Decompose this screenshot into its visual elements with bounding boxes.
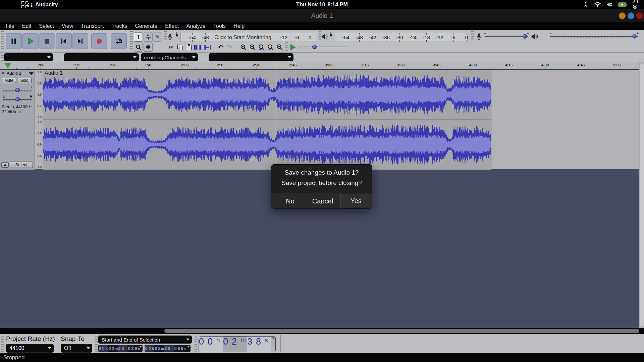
- skip-to-start-button[interactable]: [56, 33, 72, 49]
- mute-button[interactable]: Mute: [2, 78, 16, 83]
- playback-device-dropdown[interactable]: [209, 53, 293, 61]
- system-tray[interactable]: 71 %: [583, 0, 644, 9]
- time-digit[interactable]: 8: [177, 345, 180, 352]
- time-digit[interactable]: 3: [118, 345, 121, 352]
- time-digit[interactable]: 8: [121, 345, 124, 352]
- zoom-in-button[interactable]: [239, 43, 248, 51]
- time-unit[interactable]: .: [171, 345, 174, 352]
- track-gain-knob[interactable]: [15, 88, 20, 92]
- recording-meter[interactable]: -54-48-12-60Click to Start Monitoring: [180, 33, 317, 42]
- track-menu-caret-icon[interactable]: [29, 72, 34, 75]
- time-digit[interactable]: 6: [134, 345, 138, 352]
- time-digit[interactable]: 0: [98, 345, 102, 352]
- undo-button[interactable]: ↶: [216, 43, 225, 51]
- playback-volume-knob[interactable]: [632, 34, 637, 39]
- play-button[interactable]: [22, 33, 39, 49]
- horizontal-scrollbar-thumb[interactable]: [164, 329, 639, 333]
- time-unit[interactable]: h: [216, 337, 223, 352]
- yes-button[interactable]: Yes: [340, 194, 372, 208]
- selection-tool[interactable]: I: [134, 33, 143, 42]
- time-digit[interactable]: 0: [174, 345, 177, 352]
- track-name[interactable]: Audio 1: [7, 71, 21, 76]
- play-meter-grabber[interactable]: [319, 31, 321, 40]
- device-grabber[interactable]: [1, 54, 4, 61]
- recording-device-dropdown[interactable]: [64, 53, 139, 61]
- trim-audio-button[interactable]: [194, 43, 202, 51]
- time-digit[interactable]: 0: [148, 345, 151, 352]
- time-digit[interactable]: 0: [208, 337, 216, 352]
- record-meter-grabber[interactable]: [164, 31, 167, 40]
- time-digit[interactable]: 3: [247, 337, 256, 352]
- time-digit[interactable]: 0: [145, 345, 148, 352]
- playback-meter[interactable]: -54-48-42-36-30-24-18-12-60: [334, 33, 469, 42]
- transport-grabber[interactable]: [1, 31, 4, 51]
- maximize-button[interactable]: [628, 12, 634, 19]
- menu-edit[interactable]: Edit: [22, 23, 32, 29]
- envelope-tool[interactable]: [144, 33, 153, 42]
- time-unit[interactable]: h: [105, 345, 108, 352]
- pause-button[interactable]: [6, 33, 22, 49]
- play-speed-slider[interactable]: [299, 44, 347, 49]
- recording-channels-dropdown[interactable]: ecording Channels: [141, 53, 198, 61]
- time-digit[interactable]: 0: [108, 345, 111, 352]
- zoom-toggle-button[interactable]: [275, 43, 284, 51]
- audio-position-field[interactable]: 00h02m38s: [199, 336, 276, 352]
- time-digit[interactable]: 0: [127, 345, 131, 352]
- time-unit[interactable]: s: [184, 345, 187, 352]
- monitor-prompt[interactable]: Click to Start Monitoring: [214, 35, 271, 41]
- time-digit[interactable]: 0: [199, 337, 208, 352]
- tools-grabber[interactable]: [130, 31, 133, 51]
- time-digit[interactable]: 0: [223, 337, 232, 352]
- time-digit[interactable]: 2: [158, 345, 161, 352]
- time-digit[interactable]: 8: [131, 345, 134, 352]
- selection-toolbar-grabber[interactable]: [1, 336, 4, 352]
- track-gain-slider[interactable]: − +: [3, 87, 32, 93]
- selection-fields-grabber[interactable]: [95, 336, 98, 352]
- time-unit[interactable]: m: [161, 345, 164, 352]
- copy-button[interactable]: [176, 43, 184, 51]
- time-digit[interactable]: 8: [256, 337, 265, 352]
- audio-host-dropdown[interactable]: [4, 53, 53, 61]
- recording-volume-knob[interactable]: [523, 34, 527, 39]
- time-unit[interactable]: m: [240, 337, 247, 352]
- no-button[interactable]: No: [280, 193, 301, 208]
- horizontal-scrollbar[interactable]: [0, 328, 644, 334]
- play-pin-icon[interactable]: [5, 63, 11, 68]
- selection-mode-dropdown[interactable]: Start and End of Selection: [98, 336, 192, 344]
- menu-select[interactable]: Select: [39, 23, 54, 29]
- time-unit[interactable]: .: [124, 345, 127, 352]
- mixer-grabber[interactable]: [471, 31, 474, 40]
- time-digit[interactable]: 2: [111, 345, 115, 352]
- draw-tool[interactable]: ✎: [153, 33, 162, 42]
- redo-button[interactable]: ↷: [225, 43, 234, 51]
- menu-view[interactable]: View: [62, 23, 73, 29]
- menu-tracks[interactable]: Tracks: [111, 23, 127, 29]
- timeline-ruler[interactable]: 1:001:151:301:452:002:152:302:453:003:15…: [0, 62, 644, 70]
- zoom-out-button[interactable]: [248, 43, 257, 51]
- silence-audio-button[interactable]: [203, 43, 211, 51]
- vertical-scrollbar-thumb[interactable]: [640, 63, 644, 327]
- menu-file[interactable]: File: [6, 23, 14, 29]
- playback-volume-slider[interactable]: − +: [550, 34, 638, 39]
- position-grabber[interactable]: [195, 336, 197, 352]
- menu-help[interactable]: Help: [233, 23, 245, 29]
- time-digit[interactable]: 2: [232, 337, 240, 352]
- focused-app-indicator[interactable]: Audacity: [27, 0, 58, 9]
- track-pan-knob[interactable]: [15, 97, 20, 102]
- waveform-clip[interactable]: [43, 70, 491, 170]
- skip-to-end-button[interactable]: [72, 33, 88, 49]
- time-unit[interactable]: s: [265, 337, 271, 352]
- selection-end-field[interactable]: 00h02m38.086s: [145, 345, 191, 352]
- project-rate-dropdown[interactable]: 44100: [6, 344, 54, 353]
- stop-button[interactable]: [39, 33, 55, 49]
- loop-button[interactable]: [111, 33, 127, 49]
- vertical-scrollbar[interactable]: [639, 62, 644, 328]
- track-pan-slider[interactable]: L R: [3, 97, 32, 102]
- time-unit[interactable]: m: [115, 345, 118, 352]
- snap-to-dropdown[interactable]: Off: [61, 344, 92, 353]
- time-digit[interactable]: 3: [164, 345, 167, 352]
- play-at-speed-button[interactable]: [288, 43, 297, 51]
- collapse-track-button[interactable]: [1, 162, 9, 168]
- close-button[interactable]: [636, 12, 643, 19]
- recording-volume-slider[interactable]: − +: [485, 34, 528, 39]
